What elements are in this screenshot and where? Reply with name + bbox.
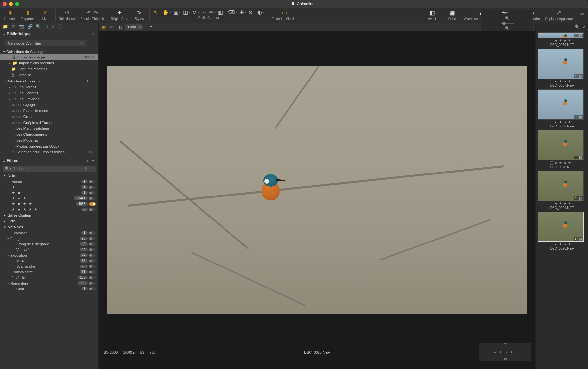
thumb-rating[interactable]: ★ ★ ★ ★ · bbox=[554, 39, 574, 42]
keyword-row[interactable]: Format-carré11 bbox=[0, 269, 98, 275]
import-button[interactable]: ⬇Importer bbox=[3, 9, 16, 21]
cursor-arrow-tool[interactable]: ↖▾ bbox=[153, 9, 160, 15]
color-tag-button[interactable]: ▭ bbox=[504, 357, 507, 361]
thumbnail[interactable]: ⬆▤ ★ ★ ★ ★ · DSC_0020.NEF bbox=[538, 130, 586, 169]
loupe-icon[interactable]: 🔍 bbox=[575, 24, 580, 29]
thumbnail[interactable]: ⬆▤ ★ ★ ★ ★ · DSC_0069.NEF bbox=[538, 32, 586, 47]
filters-menu-button[interactable]: ⋯ bbox=[92, 158, 96, 164]
search-icon[interactable]: 🔍 bbox=[36, 24, 41, 29]
catalog-selector[interactable]: Catalogue: Animalier ⇅ bbox=[5, 40, 86, 46]
zoom-out-icon[interactable]: 🔍 bbox=[505, 16, 510, 21]
trash-row[interactable]: 🗑Corbeille bbox=[0, 72, 98, 78]
filter-toggle[interactable] bbox=[89, 282, 96, 285]
collection-row[interactable]: ▭Les Grues bbox=[0, 114, 98, 120]
check-icon[interactable]: ✔ bbox=[51, 24, 55, 29]
thumbnail[interactable]: ⬆▤ ★ ★ ★ ★ · DSC_0021.NEF bbox=[538, 171, 586, 210]
thumb-rating[interactable]: ★ ★ ★ ★ · bbox=[554, 120, 574, 124]
collection-row[interactable]: ▭Les Flamants roses bbox=[0, 108, 98, 114]
rating-row[interactable]: ★ ★ ★ ★4835 bbox=[0, 201, 98, 207]
keyword-row[interactable]: MCN18 bbox=[0, 258, 98, 264]
filter-toggle[interactable] bbox=[89, 191, 96, 195]
thumb-rating[interactable]: ★ ★ ★ ★ · bbox=[554, 80, 574, 83]
rating-row[interactable]: Aucun1 bbox=[0, 179, 98, 184]
color-tool[interactable]: ◐▾ bbox=[257, 9, 264, 15]
session-icon[interactable]: 🏷 bbox=[11, 24, 15, 29]
camera-icon[interactable]: 📷 bbox=[19, 24, 24, 29]
filter-toggle[interactable] bbox=[89, 231, 96, 235]
add-filter-button[interactable]: ＋ bbox=[86, 158, 90, 164]
copy-apply-button[interactable]: ⤢Copier et Appliquer bbox=[543, 9, 575, 21]
image-viewer[interactable] bbox=[99, 31, 535, 349]
keyword-row[interactable]: Ecrevisse1 bbox=[0, 230, 98, 236]
crop-alt-tool[interactable]: ▣▾ bbox=[174, 9, 180, 15]
keyword-row[interactable]: ▾Exposition24 bbox=[0, 252, 98, 258]
gradient-tool[interactable]: ◧▾ bbox=[218, 9, 225, 15]
rating-row[interactable]: ★1 bbox=[0, 184, 98, 190]
rating-row[interactable]: ★ ★ ★23441 bbox=[0, 196, 98, 201]
add-catalog-button[interactable]: ＋ bbox=[90, 40, 96, 47]
collection-row[interactable]: ▭Sélection pour Expo et tirages112 bbox=[0, 149, 98, 155]
maximize-window-button[interactable] bbox=[15, 2, 19, 6]
remove-collection-button[interactable]: － bbox=[91, 79, 95, 83]
thumbnail[interactable]: ⬆▤ ★ ★ ★ ★ · DSC_0008.NEF bbox=[538, 89, 586, 128]
zoom-in-icon[interactable]: 🔍 bbox=[505, 26, 510, 31]
keyword-row[interactable]: ▾Mammifère733 bbox=[0, 280, 98, 286]
collection-row[interactable]: ▭Les Guêpiers d'Europe bbox=[0, 120, 98, 126]
thumb-checkbox[interactable] bbox=[550, 202, 553, 205]
filter-toggle[interactable] bbox=[89, 276, 96, 279]
undo-redo-button[interactable]: ↶ ↷Annuler/Rétablir bbox=[81, 9, 104, 21]
heal-tool[interactable]: ✚▾ bbox=[240, 9, 246, 15]
filter-search-input[interactable] bbox=[13, 167, 84, 171]
hand-tool[interactable]: ✋▾ bbox=[162, 9, 171, 15]
before-button[interactable]: ◧Avant bbox=[423, 9, 441, 21]
color-tag-header[interactable]: ▸Balise Couleur bbox=[0, 212, 98, 218]
collection-row[interactable]: ▭Les Chardonnerets bbox=[0, 131, 98, 137]
clone-tool[interactable]: ⊙▾ bbox=[248, 9, 255, 15]
thumb-checkbox[interactable] bbox=[550, 243, 553, 246]
filter-search[interactable]: 🔍▾ ⊗ — bbox=[3, 166, 96, 172]
rating-row[interactable]: ★ ★1 bbox=[0, 190, 98, 196]
styles-button[interactable]: ✎Styles bbox=[133, 9, 146, 21]
thumb-checkbox[interactable] bbox=[550, 121, 553, 124]
keyword-row[interactable]: Vaccarès44 bbox=[0, 247, 98, 252]
filter-toggle[interactable] bbox=[89, 197, 96, 200]
single-view-button[interactable]: ▭ bbox=[109, 24, 115, 30]
keyword-row[interactable]: Scamandre20 bbox=[0, 264, 98, 269]
filter-toggle[interactable] bbox=[89, 180, 96, 183]
filter-toggle[interactable] bbox=[89, 265, 96, 268]
filter-toggle[interactable] bbox=[89, 186, 96, 189]
crop-tool[interactable]: ◫▾ bbox=[183, 9, 190, 15]
date-header[interactable]: ▸Date bbox=[0, 218, 98, 224]
filter-toggle[interactable] bbox=[89, 254, 96, 257]
rotate-tool[interactable]: ⟳▾ bbox=[193, 9, 199, 15]
collection-row[interactable]: ▭Les Cigognes bbox=[0, 102, 98, 108]
thumbnail[interactable]: ⬆▤ ★ ★ ★ ★ · DSC_0025.NEF bbox=[538, 212, 586, 250]
collection-row[interactable]: ▸▭Les Canards bbox=[0, 90, 98, 96]
auto-adjust-button[interactable]: ✦Régler Auto bbox=[111, 9, 128, 21]
catalog-collections-header[interactable]: ▾Collections du Catalogue bbox=[0, 49, 98, 54]
compare-view-button[interactable]: ◧ bbox=[117, 24, 123, 30]
keyword-row[interactable]: Juvénile153 bbox=[0, 275, 98, 280]
keystone-tool[interactable]: ⌖▾ bbox=[201, 10, 206, 15]
recent-captures-row[interactable]: 📁Captures récentes bbox=[0, 66, 98, 72]
collection-row[interactable]: ▭Photos publiées sur 500px bbox=[0, 143, 98, 149]
background-select[interactable]: Fond⇅ bbox=[125, 24, 143, 30]
filters-panel-header[interactable]: ⌄Filtres ＋⋯ bbox=[0, 157, 98, 164]
grid-button[interactable]: ▦Grille bbox=[443, 9, 461, 21]
export-button[interactable]: ⬆Exporter bbox=[21, 9, 34, 21]
keywords-header[interactable]: ▾Mots-clés bbox=[0, 224, 98, 230]
thumb-rating[interactable]: ★ ★ ★ ★ · bbox=[554, 242, 574, 246]
thumb-checkbox[interactable] bbox=[550, 39, 553, 42]
filter-toggle[interactable] bbox=[89, 202, 96, 206]
library-menu-button[interactable]: ⋯ bbox=[92, 32, 96, 36]
filter-toggle[interactable] bbox=[89, 237, 96, 240]
filter-toggle[interactable] bbox=[89, 287, 96, 290]
reset-button[interactable]: ↺Réinitialiser bbox=[59, 9, 76, 21]
filter-toggle[interactable] bbox=[89, 259, 96, 263]
filter-toggle[interactable] bbox=[89, 270, 96, 274]
rating-stars[interactable]: ★ ★ ★ ★ · bbox=[493, 350, 517, 354]
keyword-row[interactable]: ▾Etang96 bbox=[0, 236, 98, 241]
thumb-checkbox[interactable] bbox=[550, 80, 553, 83]
info-icon[interactable]: ⓘ bbox=[58, 24, 62, 30]
keyword-row[interactable]: Chat2 bbox=[0, 286, 98, 291]
